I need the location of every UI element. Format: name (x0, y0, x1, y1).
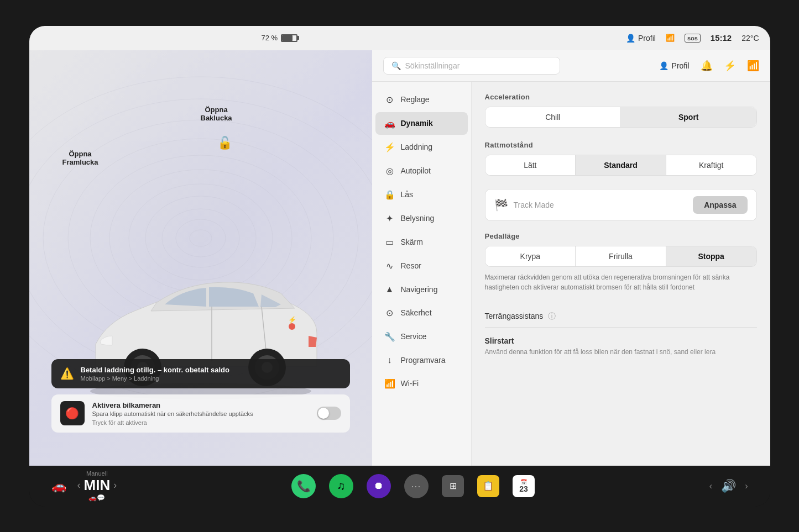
sidebar-item-belysning[interactable]: ✦ Belysning (375, 207, 468, 230)
camera-widget[interactable]: 🔴 Aktivera bilkameran Spara klipp automa… (51, 394, 350, 433)
taskbar-car-icon[interactable]: 🚗 (51, 479, 66, 493)
skarm-icon: ▭ (384, 237, 395, 247)
acceleration-sport-button[interactable]: Sport (621, 107, 756, 127)
phone-app-icon[interactable]: 📞 (291, 474, 316, 498)
track-mode-label: Track Made (514, 201, 688, 209)
reglage-icon: ⊙ (384, 94, 395, 105)
svg-text:⚡: ⚡ (288, 315, 296, 324)
sidebar-item-las[interactable]: 🔒 Lås (375, 183, 468, 206)
laddning-icon: ⚡ (384, 142, 395, 152)
sidebar-item-autopilot[interactable]: ◎ Autopilot (375, 160, 468, 182)
header-profile-link[interactable]: 👤 Profil (659, 61, 690, 70)
sidebar-label-laddning: Laddning (401, 143, 433, 151)
volume-icon[interactable]: 🔊 (721, 479, 736, 493)
camera-action: Tryck för att aktivera (92, 419, 309, 426)
sidebar-item-service[interactable]: 🔧 Service (375, 325, 468, 348)
lock-icon: 🔓 (217, 136, 232, 150)
framlucka-label[interactable]: Öppna Framlucka (62, 150, 98, 166)
belysning-icon: ✦ (384, 213, 395, 224)
camera-title: Aktivera bilkameran (92, 401, 309, 409)
search-icon: 🔍 (391, 61, 401, 70)
time-display: 15:12 (711, 33, 732, 43)
sidebar-item-skarm[interactable]: ▭ Skärm (375, 231, 468, 254)
taskbar-left-chevron[interactable]: ‹ (709, 481, 712, 491)
search-input-area[interactable]: 🔍 Sökinställningar (383, 57, 560, 75)
dots-app-icon[interactable]: ··· (404, 474, 429, 498)
notification-subtitle: Mobilapp > Meny > Laddning (81, 375, 229, 382)
camera-app-icon[interactable]: ⏺ (367, 474, 391, 498)
terrang-label-wrapper: Terrängassistans ⓘ (485, 311, 556, 322)
sidebar-item-reglage[interactable]: ⊙ Reglage (375, 88, 468, 111)
wifi-status-icon: 📶 (666, 34, 675, 42)
sidebar-label-autopilot: Autopilot (401, 166, 431, 175)
sidebar-item-navigering[interactable]: ▲ Navigering (375, 278, 468, 301)
search-bar: 🔍 Sökinställningar 👤 Profil 🔔 ⚡ 📶 (372, 50, 770, 82)
taskbar-right: ‹ 🔊 › (709, 479, 748, 493)
rattmotstand-kraftigt-button[interactable]: Kraftigt (666, 155, 756, 175)
pedal-section: Pedalläge Krypa Frirulla Stoppa Maximera… (485, 232, 757, 292)
status-profile-link[interactable]: 👤 Profil (626, 34, 656, 43)
framlucka-open-label: Öppna (62, 150, 98, 158)
navigering-icon: ▲ (384, 285, 395, 294)
acceleration-section: Acceleration Chill Sport (485, 93, 757, 128)
baklucka-sublabel: Baklucka (201, 114, 232, 122)
gear-left-arrow[interactable]: ‹ (77, 480, 81, 491)
left-panel: ⚡ 🔓 Öppna Framlucka Öppna Baklucka ⚠️ Be… (29, 50, 372, 466)
sidebar-item-wifi[interactable]: 📶 Wi-Fi (375, 372, 468, 395)
sidebar-label-programvara: Programvara (401, 356, 446, 365)
search-placeholder: Sökinställningar (405, 61, 460, 70)
anpassa-button[interactable]: Anpassa (693, 196, 747, 214)
status-profile-label: Profil (638, 34, 656, 43)
sos-label: sos (685, 34, 701, 43)
header-bell-icon[interactable]: 🔔 (701, 60, 713, 72)
camera-icon: 🔴 (65, 407, 79, 420)
taskbar-left: 🚗 Manuell ‹ MIN › 🚗💬 (51, 470, 117, 502)
rattmotstand-button-group: Lätt Standard Kraftigt (485, 155, 757, 176)
sidebar-label-sakerhet: Säkerhet (401, 308, 432, 317)
gear-right-arrow[interactable]: › (113, 480, 117, 491)
camera-toggle[interactable] (317, 407, 341, 420)
sidebar-item-laddning[interactable]: ⚡ Laddning (375, 136, 468, 159)
sidebar-item-dynamik[interactable]: 🚗 Dynamik (375, 112, 468, 135)
sidebar-label-service: Service (401, 332, 427, 341)
apps-grid-icon[interactable]: ⊞ (442, 475, 464, 497)
baklucka-label[interactable]: Öppna Baklucka (201, 106, 232, 122)
pedal-krypa-button[interactable]: Krypa (485, 246, 576, 266)
battery-fill (282, 35, 293, 41)
camera-icon-box: 🔴 (60, 401, 85, 425)
acceleration-button-group: Chill Sport (485, 107, 757, 128)
sidebar-item-sakerhet[interactable]: ⊙ Säkerhet (375, 302, 468, 324)
gear-label: Manuell (86, 470, 108, 477)
profile-person-icon: 👤 (626, 34, 635, 43)
notes-icon: 📋 (483, 481, 494, 491)
header-wifi-icon[interactable]: 📶 (747, 60, 759, 72)
notes-app-icon[interactable]: 📋 (477, 475, 499, 497)
terrang-section: Terrängassistans ⓘ (485, 305, 757, 328)
notification-banner[interactable]: ⚠️ Betald laddning otillg. – kontr. obet… (51, 359, 350, 388)
spotify-app-icon[interactable]: ♫ (329, 474, 353, 498)
pedal-stoppa-button[interactable]: Stoppa (666, 246, 756, 266)
camera-description: Spara klipp automatiskt när en säkerhets… (92, 410, 309, 417)
baklucka-open-label: Öppna (201, 106, 232, 114)
notification-title: Betald laddning otillg. – kontr. obetalt… (81, 366, 229, 374)
battery-percentage: 72 % (262, 34, 278, 42)
pedal-frirulla-button[interactable]: Frirulla (576, 246, 666, 266)
notification-text: Betald laddning otillg. – kontr. obetalt… (81, 366, 229, 382)
las-icon: 🔒 (384, 189, 395, 200)
sidebar-label-las: Lås (401, 190, 414, 199)
rattmotstand-latt-button[interactable]: Lätt (485, 155, 576, 175)
sakerhet-icon: ⊙ (384, 308, 395, 318)
sidebar-item-resor[interactable]: ∿ Resor (375, 255, 468, 277)
acceleration-chill-button[interactable]: Chill (485, 107, 622, 127)
svg-point-21 (289, 323, 295, 330)
terrang-info-icon[interactable]: ⓘ (548, 312, 556, 320)
terrang-label: Terrängassistans (485, 312, 544, 320)
sidebar-label-navigering: Navigering (401, 285, 438, 294)
track-mode-row: 🏁 Track Made Anpassa (485, 189, 757, 221)
taskbar-right-chevron[interactable]: › (745, 481, 748, 491)
header-bluetooth-icon[interactable]: ⚡ (724, 60, 736, 72)
calendar-app-icon[interactable]: 📅 23 (513, 475, 535, 497)
calendar-date: 23 (519, 485, 528, 493)
sidebar-item-programvara[interactable]: ↓ Programvara (375, 349, 468, 371)
rattmotstand-standard-button[interactable]: Standard (576, 155, 666, 175)
